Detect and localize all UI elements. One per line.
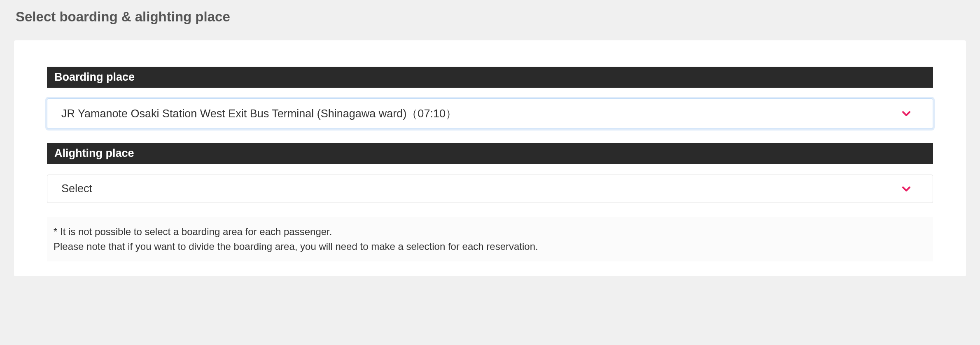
boarding-select-wrapper: JR Yamanote Osaki Station West Exit Bus … — [47, 98, 933, 129]
alighting-select-wrapper: Select — [47, 175, 933, 203]
note-box: * It is not possible to select a boardin… — [47, 217, 933, 261]
chevron-down-icon — [901, 184, 911, 194]
page-title: Select boarding & alighting place — [16, 9, 966, 25]
boarding-select-value: JR Yamanote Osaki Station West Exit Bus … — [61, 106, 457, 121]
chevron-down-icon — [901, 109, 911, 119]
boarding-header: Boarding place — [47, 67, 933, 88]
alighting-header: Alighting place — [47, 143, 933, 164]
boarding-select[interactable]: JR Yamanote Osaki Station West Exit Bus … — [47, 98, 933, 129]
selection-card: Boarding place JR Yamanote Osaki Station… — [14, 40, 966, 276]
note-line-1: * It is not possible to select a boardin… — [54, 224, 926, 239]
note-line-2: Please note that if you want to divide t… — [54, 239, 926, 254]
alighting-select[interactable]: Select — [47, 175, 933, 203]
alighting-select-value: Select — [61, 182, 92, 195]
